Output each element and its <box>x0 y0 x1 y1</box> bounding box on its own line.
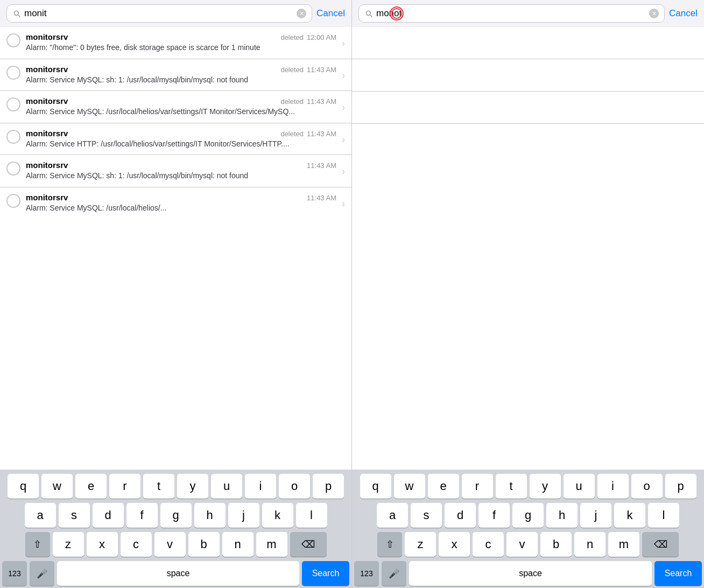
key-h[interactable]: h <box>194 503 226 528</box>
key-m[interactable]: m <box>256 532 287 557</box>
key-p[interactable]: p <box>665 474 696 499</box>
email-checkbox[interactable] <box>6 97 20 111</box>
left-search-button[interactable]: Search <box>302 561 349 586</box>
email-checkbox[interactable] <box>6 130 20 144</box>
key-e[interactable]: e <box>428 474 459 499</box>
key-d[interactable]: d <box>445 503 476 528</box>
email-time: 11:43 AM <box>307 130 336 138</box>
key-backspace[interactable]: ⌫ <box>642 532 679 557</box>
key-r[interactable]: r <box>462 474 493 499</box>
key-numbers[interactable]: 123 <box>354 561 379 586</box>
table-row[interactable]: monitorsrv 11:43 AM Alarm: Service MySQL… <box>0 187 351 219</box>
key-j[interactable]: j <box>228 503 259 528</box>
key-shift[interactable]: ⇧ <box>377 532 402 557</box>
key-u[interactable]: u <box>211 474 242 499</box>
right-cancel-button[interactable]: Cancel <box>669 6 698 21</box>
key-space[interactable]: space <box>57 561 299 586</box>
table-row[interactable]: monitorsrv deleted 11:43 AM Alarm: Servi… <box>0 123 351 156</box>
left-keyboard: q w e r t y u i o p a s d f g h j k l ⇧ … <box>0 470 351 588</box>
key-w[interactable]: w <box>394 474 425 499</box>
key-l[interactable]: l <box>296 503 327 528</box>
email-body: Alarm: Service MySQL: sh: 1: /usr/local/… <box>26 75 336 86</box>
key-s[interactable]: s <box>411 503 442 528</box>
key-backspace[interactable]: ⌫ <box>290 532 327 557</box>
key-l[interactable]: l <box>648 503 679 528</box>
key-a[interactable]: a <box>377 503 408 528</box>
key-h[interactable]: h <box>546 503 578 528</box>
key-n[interactable]: n <box>574 532 606 557</box>
key-i[interactable]: i <box>597 474 629 499</box>
key-y[interactable]: y <box>177 474 208 499</box>
key-z[interactable]: z <box>53 532 84 557</box>
left-search-input-wrapper[interactable]: monit <box>6 4 312 23</box>
key-microphone[interactable]: 🎤 <box>382 561 406 586</box>
email-checkbox[interactable] <box>6 162 20 176</box>
key-e[interactable]: e <box>75 474 107 499</box>
email-checkbox[interactable] <box>6 33 20 47</box>
key-q[interactable]: q <box>360 474 391 499</box>
key-g[interactable]: g <box>160 503 192 528</box>
key-x[interactable]: x <box>87 532 118 557</box>
key-c[interactable]: c <box>121 532 152 557</box>
key-b[interactable]: b <box>540 532 572 557</box>
left-search-input[interactable]: monit <box>24 8 293 19</box>
right-panel: monot Cancel q w e r t y u i o p a s <box>352 0 704 588</box>
key-f[interactable]: f <box>126 503 158 528</box>
email-body: Alarm: Service MySQL: /usr/local/helios/… <box>26 203 336 214</box>
key-w[interactable]: w <box>41 474 73 499</box>
table-row[interactable]: monitorsrv deleted 11:43 AM Alarm: Servi… <box>0 59 351 92</box>
key-m[interactable]: m <box>608 532 639 557</box>
key-v[interactable]: v <box>506 532 538 557</box>
key-c[interactable]: c <box>473 532 504 557</box>
right-clear-button[interactable] <box>649 9 659 18</box>
table-row[interactable]: monitorsrv deleted 11:43 AM Alarm: Servi… <box>0 91 351 123</box>
left-cancel-button[interactable]: Cancel <box>316 6 345 21</box>
key-k[interactable]: k <box>614 503 645 528</box>
right-search-button[interactable]: Search <box>654 561 702 586</box>
email-meta: deleted 12:00 AM <box>280 33 336 41</box>
key-d[interactable]: d <box>93 503 124 528</box>
email-body: Alarm: "/home": 0 bytes free, disk stora… <box>26 43 336 53</box>
right-search-input-wrapper[interactable]: monot <box>358 4 665 23</box>
email-content: monitorsrv deleted 11:43 AM Alarm: Servi… <box>26 65 336 86</box>
key-o[interactable]: o <box>631 474 663 499</box>
key-o[interactable]: o <box>279 474 310 499</box>
key-u[interactable]: u <box>564 474 595 499</box>
table-row[interactable]: monitorsrv 11:43 AM Alarm: Service MySQL… <box>0 155 351 187</box>
email-checkbox[interactable] <box>6 194 20 208</box>
key-z[interactable]: z <box>405 532 436 557</box>
key-s[interactable]: s <box>59 503 90 528</box>
chevron-right-icon: › <box>342 166 345 177</box>
email-checkbox[interactable] <box>6 66 20 80</box>
key-v[interactable]: v <box>154 532 186 557</box>
left-clear-button[interactable] <box>297 9 306 18</box>
email-sender: monitorsrv <box>26 193 68 202</box>
key-microphone[interactable]: 🎤 <box>30 561 54 586</box>
key-a[interactable]: a <box>25 503 56 528</box>
table-row[interactable]: monitorsrv deleted 12:00 AM Alarm: "/hom… <box>0 27 351 59</box>
key-i[interactable]: i <box>245 474 276 499</box>
keyboard-row-2: a s d f g h j k l <box>2 503 349 528</box>
key-t[interactable]: t <box>496 474 527 499</box>
key-k[interactable]: k <box>262 503 293 528</box>
chevron-right-icon: › <box>342 38 345 49</box>
email-sender: monitorsrv <box>26 160 68 170</box>
key-numbers[interactable]: 123 <box>2 561 27 586</box>
key-x[interactable]: x <box>439 532 470 557</box>
key-q[interactable]: q <box>8 474 39 499</box>
key-space[interactable]: space <box>409 561 652 586</box>
right-search-input[interactable]: monot <box>376 8 646 19</box>
key-y[interactable]: y <box>530 474 561 499</box>
key-f[interactable]: f <box>478 503 510 528</box>
key-p[interactable]: p <box>313 474 344 499</box>
chevron-right-icon: › <box>342 134 345 145</box>
key-t[interactable]: t <box>143 474 174 499</box>
right-email-list <box>352 27 704 470</box>
key-shift[interactable]: ⇧ <box>25 532 50 557</box>
key-g[interactable]: g <box>512 503 544 528</box>
key-n[interactable]: n <box>222 532 254 557</box>
key-b[interactable]: b <box>188 532 220 557</box>
key-r[interactable]: r <box>109 474 140 499</box>
key-j[interactable]: j <box>580 503 611 528</box>
left-panel: monit Cancel monitorsrv deleted 12:00 AM… <box>0 0 352 588</box>
